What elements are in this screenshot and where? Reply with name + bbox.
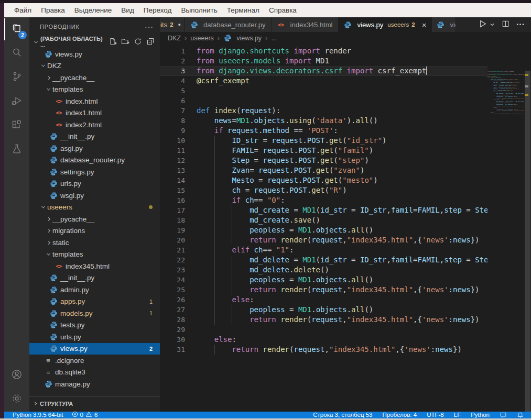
menu-item-Выполнить[interactable]: Выполнить — [176, 5, 222, 15]
collapse-folders-icon[interactable] — [146, 37, 155, 47]
code-editor[interactable]: 1from django.shortcuts import render2fro… — [160, 44, 531, 412]
code-line[interactable]: 25 return render(request,"index345.html"… — [160, 285, 487, 295]
tree-item-templates[interactable]: templates — [29, 249, 160, 261]
code-line[interactable]: 28 return render(request,"index345.html"… — [160, 315, 487, 325]
menu-item-Терминал[interactable]: Терминал — [222, 5, 264, 15]
cursor-position-status[interactable]: Строка 3, столбец 53 — [309, 412, 376, 418]
code-line[interactable]: 17 md_create = MD1(id_str = ID_str,famil… — [160, 205, 487, 215]
code-line[interactable]: 3from django.views.decorators.csrf impor… — [160, 66, 487, 76]
tree-item-.dcignore[interactable]: ≡.dcignore — [29, 355, 160, 367]
problems-status[interactable]: 0 6 — [68, 411, 102, 419]
code-line[interactable]: 24 peopless = MD1.objects.all() — [160, 275, 487, 285]
code-line[interactable]: 9 if request.method == 'POST': — [160, 126, 487, 136]
tree-item-admin.py[interactable]: admin.py — [29, 284, 160, 296]
tree-item-asgi.py[interactable]: asgi.py — [29, 142, 160, 154]
code-line[interactable]: 30 else: — [160, 335, 487, 345]
tree-item-index1.html[interactable]: <>index1.html — [29, 107, 160, 119]
tab-vie[interactable]: vie — [432, 17, 456, 32]
code-line[interactable]: 27 peopless = MD1.objects.all() — [160, 305, 487, 315]
language-mode-status[interactable]: Python — [467, 412, 494, 418]
settings-button[interactable] — [4, 388, 29, 412]
tree-item-manage.py[interactable]: manage.py — [29, 378, 160, 390]
code-line[interactable]: 1from django.shortcuts import render — [160, 46, 487, 56]
tree-item-templates[interactable]: templates — [29, 84, 160, 96]
code-line[interactable]: 16 if ch== "0": — [160, 195, 487, 205]
search-activity-button[interactable] — [4, 41, 29, 65]
feedback-icon[interactable] — [495, 412, 511, 418]
close-icon[interactable]: × — [422, 21, 427, 29]
code-line[interactable]: 7def index(request): — [160, 106, 487, 116]
tree-item-__init__.py[interactable]: __init__.py — [29, 131, 160, 143]
tree-item-index345.html[interactable]: <>index345.html — [29, 260, 160, 272]
menu-item-Выделение[interactable]: Выделение — [70, 5, 117, 15]
code-line[interactable]: 10 ID_str = request.POST.get("id_str") — [160, 136, 487, 146]
tree-item-urls.py[interactable]: urls.py — [29, 331, 160, 343]
code-line[interactable]: 15 ch = request.POST.get("R") — [160, 185, 487, 195]
code-line[interactable]: 8 news=MD1.objects.using('daata').all() — [160, 116, 487, 126]
run-debug-activity-button[interactable] — [4, 90, 29, 114]
new-file-icon[interactable] — [109, 37, 117, 47]
account-button[interactable] — [4, 363, 29, 388]
code-line[interactable]: 6 — [160, 96, 487, 106]
more-actions-button[interactable]: ··· — [516, 20, 525, 29]
code-line[interactable]: 2from useeers.models import MD1 — [160, 56, 487, 66]
tree-item-urls.py[interactable]: urls.py — [29, 178, 160, 190]
breadcrumb-item-useeers[interactable]: useeers — [190, 35, 213, 42]
code-line[interactable]: 26 else: — [160, 295, 487, 305]
scrollbar-thumb[interactable] — [525, 71, 530, 412]
outline-section-header[interactable]: СТРУКТУРА — [29, 396, 160, 410]
menu-item-Правка[interactable]: Правка — [36, 5, 70, 15]
menu-item-Файл[interactable]: Файл — [9, 5, 36, 15]
explorer-more-actions-button[interactable]: ··· — [145, 23, 154, 31]
code-line[interactable]: 5 — [160, 86, 487, 96]
source-control-activity-button[interactable] — [4, 65, 29, 90]
breadcrumb-item-DKZ[interactable]: DKZ — [168, 35, 181, 42]
notifications-bell-icon[interactable] — [513, 412, 528, 418]
code-line[interactable]: 4@csrf_exempt — [160, 76, 487, 86]
run-button[interactable] — [478, 19, 487, 30]
tree-item-models.py[interactable]: models.py1 — [29, 307, 160, 319]
run-dropdown-chevron-icon[interactable] — [494, 20, 495, 29]
refresh-icon[interactable] — [134, 37, 142, 47]
new-folder-icon[interactable] — [121, 37, 129, 47]
tree-item-database_roouter.py[interactable]: database_roouter.py — [29, 154, 160, 167]
tab-diiits[interactable]: diiits2● — [160, 17, 185, 32]
vertical-scrollbar[interactable] — [524, 71, 531, 412]
minimap[interactable]: from django.shortcuts import renderfrom … — [487, 71, 524, 333]
tree-item-__pycache__[interactable]: __pycache__ — [29, 213, 160, 225]
tree-item-settings.py[interactable]: settings.py — [29, 166, 160, 178]
tree-item-migrations[interactable]: migrations — [29, 225, 160, 237]
breadcrumb-item-views.py[interactable]: views.py — [223, 34, 262, 42]
code-line[interactable]: 21 elif ch== "1": — [160, 245, 487, 255]
split-editor-button[interactable] — [502, 20, 510, 30]
extensions-activity-button[interactable] — [4, 114, 29, 138]
encoding-status[interactable]: UTF-8 — [422, 412, 448, 418]
code-line[interactable]: 23 md_delete.delete() — [160, 265, 487, 275]
code-line[interactable]: 13 Zvan= request.POST.get("zvan") — [160, 165, 487, 175]
testing-activity-button[interactable] — [4, 138, 29, 162]
tree-item-DKZ[interactable]: DKZ — [29, 60, 160, 72]
tree-item-index2.html[interactable]: <>index2.html — [29, 119, 160, 131]
code-line[interactable]: 22 md_delete = MD1(id_str = ID_str,famil… — [160, 255, 487, 265]
tab-index345.html[interactable]: <>index345.html — [272, 17, 339, 32]
tree-item-db.sqlite3[interactable]: ≡db.sqlite3 — [29, 367, 160, 379]
tree-item-__init__.py[interactable]: __init__.py — [29, 272, 160, 284]
tree-item-static[interactable]: static — [29, 237, 160, 249]
tree-item-apps.py[interactable]: apps.py1 — [29, 296, 160, 308]
tree-item-tests.py[interactable]: tests.py — [29, 319, 160, 331]
workspace-section-header[interactable]: (РАБОЧАЯ ОБЛАСТЬ) ... — [29, 36, 160, 48]
menu-item-Вид[interactable]: Вид — [116, 5, 138, 15]
tree-item-views.py[interactable]: views.py2 — [29, 343, 160, 355]
code-line[interactable]: 20 return render(request,"index345.html"… — [160, 235, 487, 245]
eol-status[interactable]: LF — [450, 412, 465, 418]
tree-item-__pycache__[interactable]: __pycache__ — [29, 72, 160, 84]
code-line[interactable]: 29 — [160, 325, 487, 335]
code-line[interactable]: 12 Step = request.POST.get("step") — [160, 156, 487, 165]
tree-item-useeers[interactable]: useeers — [29, 202, 160, 214]
python-interpreter-status[interactable]: Python 3.9.5 64-bit — [8, 412, 68, 418]
tree-item-index.html[interactable]: <>index.html — [29, 95, 160, 107]
menu-item-Переход[interactable]: Переход — [139, 5, 177, 15]
tab-views.py[interactable]: views.pyuseeers2× — [339, 17, 432, 32]
menu-item-Справка[interactable]: Справка — [264, 5, 301, 15]
tree-item-wsgi.py[interactable]: wsgi.py — [29, 190, 160, 202]
